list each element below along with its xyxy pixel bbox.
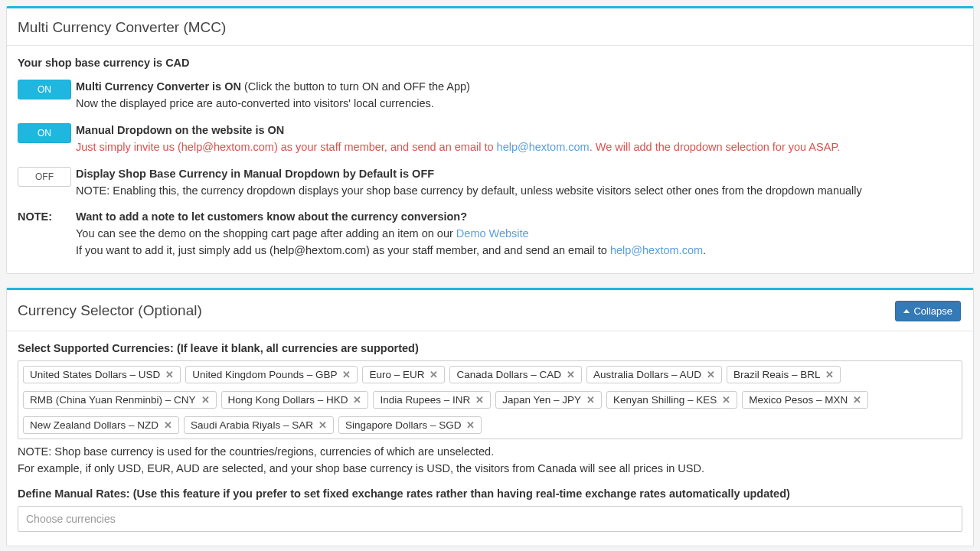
note-title: Want to add a note to let customers know… [76,210,962,223]
currency-tag-label: Mexico Pesos – MXN [749,394,848,406]
remove-tag-icon[interactable]: ✕ [201,395,210,405]
currency-tag-label: Saudi Arabia Riyals – SAR [191,419,313,431]
currency-tag[interactable]: Brazil Reais – BRL✕ [727,366,841,383]
currency-tag-label: United States Dollars – USD [30,369,160,380]
currency-tag-label: New Zealand Dollars – NZD [30,419,158,431]
currency-tag[interactable]: New Zealand Dollars – NZD✕ [23,416,179,434]
supported-note-1: NOTE: Shop base currency is used for the… [18,444,962,461]
remove-tag-icon[interactable]: ✕ [430,370,438,380]
note-line-1: You can see the demo on the shopping car… [76,226,962,243]
currency-selector-title: Currency Selector (Optional) [18,302,202,319]
currency-tag[interactable]: Japan Yen – JPY✕ [495,391,602,409]
row-app-toggle: ON Multi Currency Converter is ON (Click… [18,80,962,112]
remove-tag-icon[interactable]: ✕ [567,370,575,380]
remove-tag-icon[interactable]: ✕ [342,370,351,380]
currency-selector-body: Select Supported Currencies: (If leave i… [7,331,973,546]
supported-note-2: For example, if only USD, EUR, AUD are s… [18,461,962,478]
remove-tag-icon[interactable]: ✕ [853,395,861,405]
collapse-button[interactable]: Collapse [895,301,961,321]
remove-tag-icon[interactable]: ✕ [466,420,475,430]
chevron-up-icon [903,309,910,313]
remove-tag-icon[interactable]: ✕ [707,370,715,380]
display-base-title: Display Shop Base Currency in Manual Dro… [76,168,962,180]
currency-tag[interactable]: Mexico Pesos – MXN✕ [742,391,868,409]
note-label: NOTE: [18,210,52,223]
currency-tag[interactable]: Singapore Dollars – SGD✕ [338,416,482,434]
currency-tag[interactable]: Australia Dollars – AUD✕ [586,366,722,383]
currency-tag[interactable]: United Kingdom Pounds – GBP✕ [185,366,358,383]
mcc-panel: Multi Currency Converter (MCC) Your shop… [6,6,974,274]
remove-tag-icon[interactable]: ✕ [586,395,595,405]
manual-rates-label: Define Manual Rates: (Use this feature i… [18,487,962,500]
currency-tag[interactable]: Euro – EUR✕ [362,366,445,383]
currency-tag-label: United Kingdom Pounds – GBP [192,369,337,380]
app-toggle[interactable]: ON [18,80,71,99]
app-title: Multi Currency Converter is ON (Click th… [76,80,962,93]
base-currency-line: Your shop base currency is CAD [18,57,962,69]
remove-tag-icon[interactable]: ✕ [825,370,834,380]
collapse-label: Collapse [913,305,952,317]
help-email-link-2[interactable]: help@hextom.com [610,244,703,256]
row-note: NOTE: Want to add a note to let customer… [18,210,962,259]
currency-tag[interactable]: RMB (China Yuan Renminbi) – CNY✕ [23,391,217,409]
supported-currencies-tagbox[interactable]: United States Dollars – USD✕United Kingd… [18,360,962,439]
remove-tag-icon[interactable]: ✕ [722,395,730,405]
currency-tag-label: India Rupees – INR [380,394,470,406]
note-line-2: If you want to add it, just simply add u… [76,243,962,259]
currency-tag[interactable]: India Rupees – INR✕ [373,391,491,409]
supported-currencies-label: Select Supported Currencies: (If leave i… [18,342,962,354]
currency-tag-label: Euro – EUR [369,369,424,380]
row-dropdown-toggle: ON Manual Dropdown on the website is ON … [18,123,962,156]
remove-tag-icon[interactable]: ✕ [318,420,327,430]
currency-tag[interactable]: United States Dollars – USD✕ [23,366,181,383]
mcc-panel-body: Your shop base currency is CAD ON Multi … [7,46,973,273]
currency-tag-label: Australia Dollars – AUD [593,369,701,380]
manual-rates-input[interactable] [18,506,962,532]
demo-website-link[interactable]: Demo Website [456,227,529,240]
currency-tag-label: Kenyan Shilling – KES [613,394,717,406]
dropdown-toggle[interactable]: ON [18,123,71,143]
currency-tag-label: RMB (China Yuan Renminbi) – CNY [30,394,196,406]
help-email-link[interactable]: help@hextom.com [497,141,590,153]
currency-selector-header: Currency Selector (Optional) Collapse [7,290,973,331]
currency-tag[interactable]: Hong Kong Dollars – HKD✕ [221,391,369,409]
mcc-panel-title: Multi Currency Converter (MCC) [18,19,226,36]
currency-tag-label: Canada Dollars – CAD [456,369,561,380]
app-desc: Now the displayed price are auto-convert… [76,96,962,112]
currency-tag-label: Japan Yen – JPY [502,394,581,406]
currency-tag[interactable]: Saudi Arabia Riyals – SAR✕ [184,416,334,434]
dropdown-desc: Just simply invite us (help@hextom.com) … [76,139,962,156]
remove-tag-icon[interactable]: ✕ [353,395,361,405]
display-base-toggle[interactable]: OFF [18,167,71,187]
remove-tag-icon[interactable]: ✕ [475,395,484,405]
row-display-base-toggle: OFF Display Shop Base Currency in Manual… [18,167,962,200]
currency-tag[interactable]: Canada Dollars – CAD✕ [449,366,582,383]
currency-tag-label: Brazil Reais – BRL [733,369,820,380]
remove-tag-icon[interactable]: ✕ [164,420,172,430]
currency-tag[interactable]: Kenyan Shilling – KES✕ [606,391,737,409]
dropdown-title: Manual Dropdown on the website is ON [76,124,962,136]
currency-selector-panel: Currency Selector (Optional) Collapse Se… [6,288,974,547]
display-base-desc: NOTE: Enabling this, the currency dropdo… [76,183,962,200]
currency-tag-label: Singapore Dollars – SGD [345,419,462,431]
mcc-panel-header: Multi Currency Converter (MCC) [7,8,973,46]
currency-tag-label: Hong Kong Dollars – HKD [228,394,348,406]
remove-tag-icon[interactable]: ✕ [165,370,174,380]
